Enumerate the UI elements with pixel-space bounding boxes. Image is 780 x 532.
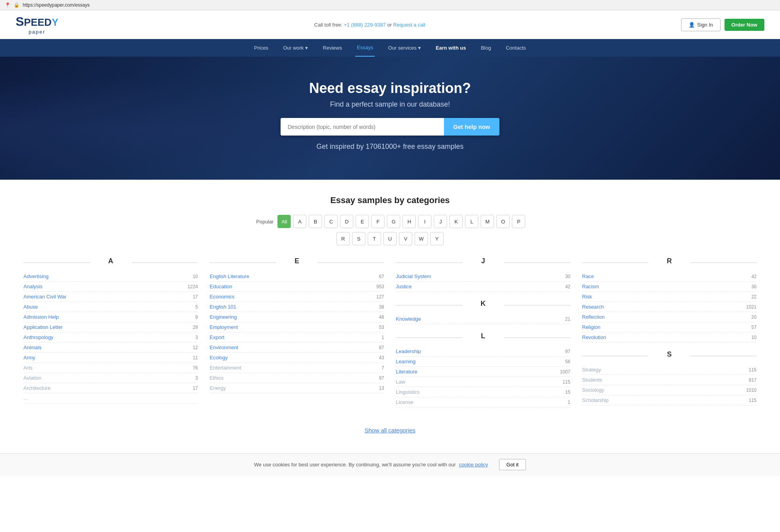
logo-s: S [16, 14, 24, 29]
category-link[interactable]: Race [582, 273, 594, 279]
filter-v[interactable]: V [399, 232, 412, 245]
category-count: 30 [751, 284, 757, 289]
cookie-policy-link[interactable]: cookie policy [459, 462, 488, 468]
category-link[interactable]: Ecology [210, 355, 228, 361]
category-link[interactable]: Strategy [582, 367, 601, 373]
category-link[interactable]: Architecture [23, 385, 50, 391]
filter-f[interactable]: F [371, 215, 385, 228]
filter-j[interactable]: J [434, 215, 447, 228]
filter-e[interactable]: E [356, 215, 369, 228]
category-link[interactable]: English 101 [210, 304, 236, 310]
nav-prices[interactable]: Prices [252, 39, 270, 56]
request-call-link[interactable]: Request a call [393, 22, 425, 28]
nav-reviews[interactable]: Reviews [321, 39, 343, 56]
category-count: 17 [193, 294, 198, 300]
filter-s[interactable]: S [352, 232, 365, 245]
category-link[interactable]: Education [210, 284, 233, 289]
category-count: 115 [749, 367, 757, 373]
nav-earn-with-us[interactable]: Earn with us [434, 39, 467, 56]
category-link[interactable]: Religion [582, 324, 601, 330]
category-link[interactable]: Reflection [582, 314, 605, 320]
category-link[interactable]: Engineering [210, 314, 237, 320]
category-link[interactable]: Judicial System [396, 273, 431, 279]
category-link[interactable]: Learning [396, 359, 416, 364]
filter-l[interactable]: L [465, 215, 478, 228]
category-link[interactable]: Scholarship [582, 397, 609, 403]
category-link[interactable]: Analysis [23, 284, 42, 289]
category-link[interactable]: ... [23, 395, 28, 401]
category-link[interactable]: Sociology [582, 387, 604, 393]
category-count: 9 [195, 314, 198, 320]
filter-y[interactable]: Y [430, 232, 444, 245]
filter-i[interactable]: I [418, 215, 431, 228]
search-button[interactable]: Get help now [444, 118, 499, 136]
category-link[interactable]: Revolution [582, 334, 606, 340]
filter-p[interactable]: P [512, 215, 525, 228]
category-link[interactable]: Export [210, 334, 225, 340]
category-link[interactable]: Research [582, 304, 604, 310]
nav-blog[interactable]: Blog [479, 39, 492, 56]
nav-essays[interactable]: Essays [355, 39, 375, 57]
filter-b[interactable]: B [309, 215, 322, 228]
filter-d[interactable]: D [340, 215, 353, 228]
category-link[interactable]: Animals [23, 345, 41, 350]
category-link[interactable]: Economics [210, 294, 235, 300]
category-link[interactable]: Linguistics [396, 389, 420, 395]
category-link[interactable]: Army [23, 355, 35, 361]
category-link[interactable]: English Literature [210, 273, 249, 279]
letter-a: A [23, 257, 198, 268]
category-link[interactable]: Abuse [23, 304, 38, 310]
filter-r[interactable]: R [336, 232, 350, 245]
category-link[interactable]: Aviation [23, 375, 41, 381]
filter-w[interactable]: W [415, 232, 428, 245]
category-link[interactable]: Students [582, 377, 602, 383]
category-link[interactable]: Anthropology [23, 334, 54, 340]
filter-c[interactable]: C [324, 215, 338, 228]
category-link[interactable]: American Civil War [23, 294, 66, 300]
filter-all[interactable]: All [277, 215, 291, 228]
category-link[interactable]: Advertising [23, 273, 48, 279]
category-link[interactable]: Knowledge [396, 316, 421, 322]
filter-h[interactable]: H [403, 215, 416, 228]
filter-o[interactable]: O [496, 215, 510, 228]
category-link[interactable]: Ethics [210, 375, 224, 381]
category-link[interactable]: Justice [396, 284, 411, 289]
category-link[interactable]: Literature [396, 369, 417, 375]
filter-t[interactable]: T [368, 232, 381, 245]
search-input[interactable] [281, 118, 444, 136]
nav-our-work[interactable]: Our work ▾ [281, 39, 309, 56]
category-link[interactable]: Employment [210, 324, 238, 330]
category-link[interactable]: Admission Help [23, 314, 59, 320]
filter-a[interactable]: A [293, 215, 306, 228]
category-link[interactable]: Law [396, 379, 405, 385]
category-link[interactable]: Arts [23, 365, 32, 371]
category-link[interactable]: Leadership [396, 348, 421, 354]
order-now-button[interactable]: Order Now [725, 19, 764, 31]
filter-u[interactable]: U [383, 232, 397, 245]
sign-in-button[interactable]: 👤 Sign In [681, 18, 720, 31]
show-all-section: Show all categories [23, 427, 757, 434]
category-link[interactable]: Risk [582, 294, 592, 300]
category-count: 115 [749, 398, 757, 403]
filter-m[interactable]: M [481, 215, 494, 228]
filter-tabs-row1: Popular All A B C D E F G H I J K L M O … [23, 215, 757, 228]
show-all-link[interactable]: Show all categories [365, 427, 415, 434]
category-link[interactable]: Environment [210, 345, 238, 350]
nav-contacts[interactable]: Contacts [504, 39, 527, 56]
phone-link[interactable]: +1 (888) 229-9387 [344, 22, 386, 28]
filter-g[interactable]: G [387, 215, 400, 228]
category-count: 1021 [746, 304, 757, 310]
category-link[interactable]: Energy [210, 385, 226, 391]
category-link[interactable]: Application Letter [23, 324, 63, 330]
logo[interactable]: S PEED Y paper [16, 14, 59, 35]
got-it-button[interactable]: Got it [499, 459, 526, 470]
category-link[interactable]: Racism [582, 284, 599, 289]
category-link[interactable]: License [396, 399, 413, 405]
filter-k[interactable]: K [449, 215, 463, 228]
url-bar[interactable]: https://speedypaper.com/essays [23, 2, 89, 8]
cookie-text: We use cookies for best user experience.… [254, 462, 456, 468]
category-link[interactable]: Entertainment [210, 365, 242, 371]
chevron-down-icon: ▾ [305, 45, 308, 51]
category-count: 1010 [746, 387, 757, 393]
nav-our-services[interactable]: Our services ▾ [386, 39, 422, 56]
